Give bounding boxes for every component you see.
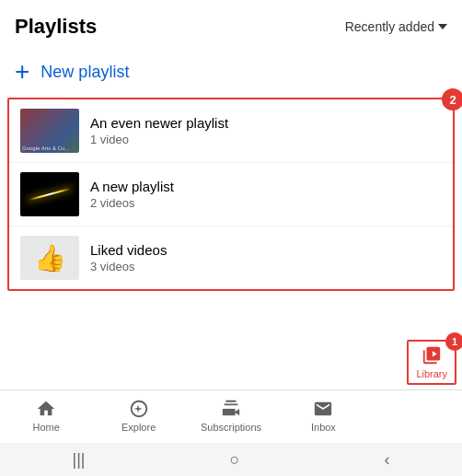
new-playlist-label: New playlist bbox=[40, 63, 129, 82]
nav-label-explore: Explore bbox=[121, 422, 156, 433]
nav-label-library: Library bbox=[416, 368, 447, 379]
thumb-liked-bg: 👍 bbox=[20, 236, 79, 280]
thumb-laser-bg bbox=[20, 172, 79, 216]
playlist-thumbnail bbox=[20, 172, 79, 216]
subscriptions-icon bbox=[221, 399, 241, 419]
nav-label-subscriptions: Subscriptions bbox=[201, 422, 261, 433]
nav-item-home[interactable]: Home bbox=[0, 399, 92, 433]
header: Playlists Recently added bbox=[0, 0, 462, 50]
playlist-thumbnail: Google Arts & Cu... bbox=[20, 109, 79, 153]
chevron-down-icon bbox=[438, 24, 447, 29]
bottom-nav: Home Explore Subscriptions Inbox 1 Libra… bbox=[0, 389, 462, 441]
playlist-item[interactable]: A new playlist 2 videos bbox=[9, 163, 453, 226]
plus-icon: + bbox=[15, 59, 29, 85]
playlist-info: An even newer playlist 1 video bbox=[90, 115, 442, 146]
playlist-info: A new playlist 2 videos bbox=[90, 179, 442, 210]
badge-2: 2 bbox=[442, 88, 462, 110]
thumb-arts-bg: Google Arts & Cu... bbox=[20, 109, 79, 153]
sort-button[interactable]: Recently added bbox=[345, 19, 447, 34]
playlist-list: 2 Google Arts & Cu... An even newer play… bbox=[7, 98, 455, 291]
playlist-name: Liked videos bbox=[90, 242, 442, 258]
badge-1: 1 bbox=[445, 332, 462, 351]
sort-label: Recently added bbox=[345, 19, 434, 34]
playlist-count: 2 videos bbox=[90, 196, 442, 210]
playlist-name: An even newer playlist bbox=[90, 115, 442, 131]
inbox-icon bbox=[313, 399, 333, 419]
home-icon bbox=[36, 399, 56, 419]
playlist-item[interactable]: Google Arts & Cu... An even newer playli… bbox=[9, 99, 453, 163]
library-icon bbox=[422, 345, 442, 366]
thumb-arts-text: Google Arts & Cu... bbox=[22, 145, 69, 151]
system-home-button[interactable]: ○ bbox=[230, 450, 240, 470]
explore-icon bbox=[129, 399, 149, 419]
nav-item-inbox[interactable]: Inbox bbox=[277, 399, 369, 433]
laser-line bbox=[28, 188, 73, 202]
playlist-name: A new playlist bbox=[90, 179, 442, 194]
nav-item-subscriptions[interactable]: Subscriptions bbox=[185, 399, 277, 433]
thumbs-up-icon: 👍 bbox=[34, 243, 66, 273]
page-title: Playlists bbox=[15, 15, 97, 39]
system-back-button[interactable]: ‹ bbox=[384, 450, 389, 470]
system-menu-button[interactable]: ||| bbox=[73, 450, 86, 470]
playlist-info: Liked videos 3 videos bbox=[90, 242, 442, 273]
nav-item-explore[interactable]: Explore bbox=[92, 399, 184, 433]
playlist-item[interactable]: 👍 Liked videos 3 videos bbox=[9, 226, 453, 289]
playlist-thumbnail: 👍 bbox=[20, 236, 79, 280]
nav-label-inbox: Inbox bbox=[311, 422, 336, 433]
nav-item-library[interactable]: 1 Library bbox=[407, 340, 456, 385]
system-bar: ||| ○ ‹ bbox=[0, 443, 462, 476]
playlist-count: 3 videos bbox=[90, 260, 442, 273]
nav-label-home: Home bbox=[33, 422, 60, 433]
new-playlist-button[interactable]: + New playlist bbox=[0, 50, 462, 98]
playlist-count: 1 video bbox=[90, 133, 442, 146]
